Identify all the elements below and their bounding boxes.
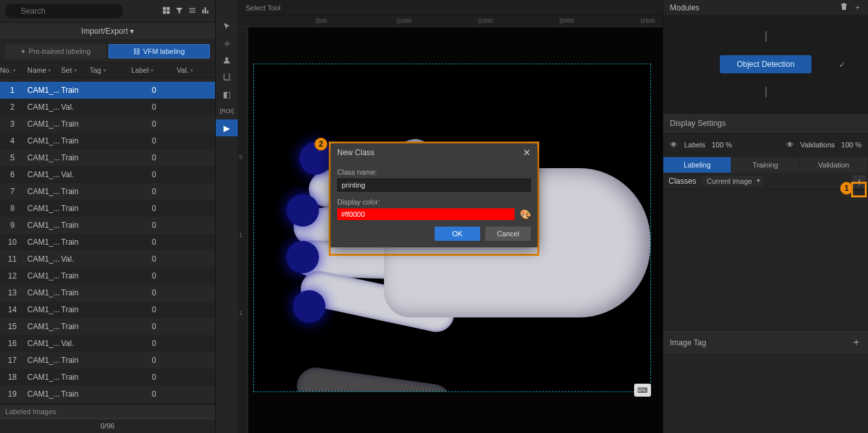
keyboard-icon[interactable]: ⌨ <box>634 384 651 397</box>
crop-tool[interactable] <box>216 69 238 86</box>
search-bar <box>0 0 215 22</box>
classes-filter-dropdown[interactable]: Current image <box>702 176 764 186</box>
person-tool[interactable] <box>216 52 238 69</box>
annotation-badge-1: 1 <box>840 182 853 195</box>
table-row[interactable]: 14CAM1_...Train0 <box>0 301 215 318</box>
classes-title: Classes <box>669 177 696 186</box>
image-tag-label: Image Tag <box>670 338 706 347</box>
ruler-mark: |1500 <box>478 18 492 24</box>
mid-toolbar: ✧ ◧ [ROI] ▶ <box>216 0 238 433</box>
table-row[interactable]: 18CAM1_...Train0 <box>0 369 215 386</box>
table-row[interactable]: 10CAM1_...Train0 <box>0 234 215 251</box>
search-tools <box>162 6 210 17</box>
labels-visibility[interactable]: 👁 Labels 100 % <box>670 140 732 149</box>
th-label[interactable]: Label▾ <box>131 66 177 74</box>
labels-text: Labels <box>684 141 705 149</box>
table-row[interactable]: 4CAM1_...Train0 <box>0 132 215 149</box>
module-pill[interactable]: Object Detection <box>720 55 811 73</box>
dialog-title: New Class <box>337 148 374 157</box>
ruler-tick: 5 <box>239 154 242 160</box>
table-row[interactable]: 17CAM1_...Train0 <box>0 352 215 369</box>
th-tag[interactable]: Tag▾ <box>90 66 131 74</box>
table-row[interactable]: 8CAM1_...Train0 <box>0 200 215 217</box>
table-row[interactable]: 6CAM1_...Val.0 <box>0 166 215 183</box>
th-set[interactable]: Set▾ <box>61 66 90 74</box>
table-row[interactable]: 3CAM1_...Train0 <box>0 116 215 132</box>
collage-icon[interactable] <box>162 6 171 17</box>
ruler-tick: 1 <box>239 310 242 316</box>
table-row[interactable]: 1CAM1_...Train0 <box>0 82 215 99</box>
table-row[interactable]: 16CAM1_...Val.0 <box>0 335 215 352</box>
ruler-mark: |2000 <box>559 18 574 24</box>
tab-training[interactable]: Training <box>732 157 800 173</box>
fingertip <box>293 290 326 323</box>
th-val[interactable]: Val.▾ <box>177 66 209 74</box>
table-row[interactable]: 12CAM1_...Train0 <box>0 267 215 284</box>
fingertip <box>287 194 319 227</box>
run-tool[interactable]: ▶ <box>216 119 238 136</box>
close-icon[interactable]: ✕ <box>523 147 531 158</box>
table-row[interactable]: 15CAM1_...Train0 <box>0 318 215 335</box>
classes-row: Classes Current image ＋ <box>663 173 868 190</box>
search-input[interactable] <box>5 4 123 18</box>
roi-tool[interactable]: [ROI] <box>216 103 238 119</box>
image-tag-title: Image Tag ＋ <box>663 330 868 355</box>
ruler-tick: 1 <box>239 232 242 238</box>
palette-icon[interactable]: 🎨 <box>520 209 531 219</box>
tab-labeling[interactable]: Labeling <box>663 157 732 173</box>
fingertip <box>287 241 319 273</box>
right-panel: Modules ＋ Object Detection ✓ Display Set… <box>663 0 868 433</box>
color-swatch[interactable]: #ff0000 <box>337 208 515 220</box>
import-export-button[interactable]: Import/Export ▾ <box>0 22 215 40</box>
validations-visibility[interactable]: 👁 Validations 100 % <box>786 140 862 149</box>
classes-tabs: Labeling Training Validation <box>663 157 868 173</box>
display-settings: 👁 Labels 100 % 👁 Validations 100 % <box>663 134 868 157</box>
modules-title: Modules <box>670 3 699 12</box>
bottom-bar: Labeled Images 0/96 <box>0 404 215 433</box>
table-row[interactable]: 13CAM1_...Train0 <box>0 284 215 301</box>
module-check-icon[interactable]: ✓ <box>839 60 846 69</box>
eraser-tool[interactable]: ◧ <box>216 86 238 103</box>
left-panel: Import/Export ▾ ✦ Pre-trained labeling ⛓… <box>0 0 216 433</box>
labeling-toggle: ✦ Pre-trained labeling ⛓ VFM labeling <box>0 40 215 62</box>
filter-icon[interactable] <box>175 6 184 17</box>
table-body[interactable]: 1CAM1_...Train02CAM1_...Val.03CAM1_...Tr… <box>0 82 215 404</box>
table-row[interactable]: 11CAM1_...Val.0 <box>0 251 215 267</box>
validations-pct: 100 % <box>841 141 862 149</box>
add-module-icon[interactable]: ＋ <box>854 2 862 13</box>
th-no[interactable]: No.▾ <box>0 66 25 74</box>
vfm-labeling-button[interactable]: ⛓ VFM labeling <box>108 44 211 58</box>
labels-pct: 100 % <box>711 141 732 149</box>
tab-validation[interactable]: Validation <box>800 157 868 173</box>
table-row[interactable]: 7CAM1_...Train0 <box>0 183 215 200</box>
pretrained-labeling-button[interactable]: ✦ Pre-trained labeling <box>5 44 106 58</box>
display-settings-title: Display Settings <box>663 113 868 134</box>
th-name[interactable]: Name▾ <box>25 66 61 74</box>
cursor-tool[interactable] <box>216 18 238 35</box>
labeled-counter: 0/96 <box>0 419 215 432</box>
delete-module-icon[interactable] <box>839 2 849 13</box>
ruler-mark: |1000 <box>397 18 411 24</box>
cancel-button[interactable]: Cancel <box>485 227 531 241</box>
ok-button[interactable]: OK <box>435 227 480 241</box>
wand-icon: ✦ <box>20 47 26 56</box>
link-icon: ⛓ <box>133 47 140 55</box>
canvas-header: Select Tool <box>238 0 663 16</box>
add-image-tag-button[interactable]: ＋ <box>851 336 862 349</box>
table-row[interactable]: 5CAM1_...Train0 <box>0 149 215 166</box>
pretrained-label: Pre-trained labeling <box>29 47 90 55</box>
display-color-label: Display color: <box>337 198 531 206</box>
new-class-dialog: New Class ✕ Class name: Display color: #… <box>331 143 537 247</box>
stats-icon[interactable] <box>201 6 210 17</box>
annotation-badge-2: 2 <box>314 138 327 151</box>
list-icon[interactable] <box>188 6 197 17</box>
table-row[interactable]: 19CAM1_...Train0 <box>0 386 215 402</box>
magic-tool[interactable]: ✧ <box>216 35 238 52</box>
class-name-input[interactable] <box>337 179 531 192</box>
table-row[interactable]: 2CAM1_...Val.0 <box>0 99 215 116</box>
dialog-body: Class name: Display color: #ff0000 🎨 <box>331 162 537 227</box>
dialog-title-bar[interactable]: New Class ✕ <box>331 143 537 162</box>
color-row: #ff0000 🎨 <box>337 208 531 220</box>
eye-icon: 👁 <box>670 140 678 149</box>
table-row[interactable]: 9CAM1_...Train0 <box>0 217 215 234</box>
